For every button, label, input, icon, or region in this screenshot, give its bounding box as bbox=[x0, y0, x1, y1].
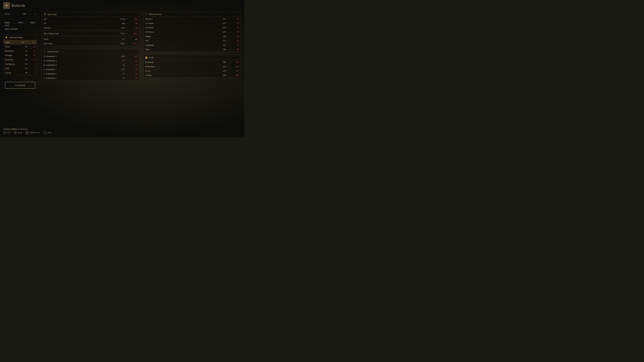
divider bbox=[42, 36, 139, 37]
panel-stat-new: 225 bbox=[230, 61, 239, 63]
panel-row: Max Equip Load 72.0 → 49.8 bbox=[42, 31, 139, 36]
panel-stat-name: Fire bbox=[145, 39, 218, 42]
attr-name: Vigor bbox=[5, 41, 18, 43]
attribute-row[interactable]: Intelligence 10 → 9 bbox=[4, 62, 37, 66]
attr-current: 10 bbox=[21, 71, 27, 74]
panel-arrow-icon: → bbox=[228, 31, 229, 33]
attribute-row[interactable]: Faith 10 → 9 bbox=[4, 66, 37, 70]
panel-stat-new: 89 bbox=[230, 48, 239, 51]
base-stats-label: Base Stats bbox=[48, 13, 57, 16]
panel-stat-current: 27 bbox=[116, 64, 124, 66]
level-new: 9 bbox=[30, 12, 36, 15]
panel-stat-name: Physical bbox=[145, 17, 218, 20]
attr-arrow-icon: → bbox=[28, 63, 30, 65]
level-current: 106 bbox=[18, 12, 26, 15]
base-stats-icon: 🏃 bbox=[44, 13, 46, 16]
page-title: Rebirth bbox=[12, 3, 25, 8]
panel-arrow-icon: → bbox=[126, 64, 128, 66]
nav-left-icon[interactable]: ‹ bbox=[28, 41, 29, 43]
body-list: Immunity 309 → 225 Robustness 324 → 276 … bbox=[144, 60, 241, 77]
panel-stat-name: FP bbox=[44, 22, 116, 25]
panel-row: Lightning 123 → 75 bbox=[144, 43, 241, 47]
panel-stat-new: 49.8 bbox=[129, 32, 138, 35]
panel-stat-current: 143 bbox=[218, 48, 226, 51]
panel-arrow-icon: → bbox=[126, 60, 128, 62]
attributes-icon: ⚡ bbox=[5, 36, 8, 39]
attr-new: 13 bbox=[31, 58, 36, 61]
panel-stat-name: Stamina bbox=[44, 26, 116, 29]
attack-power-header: ⚔ Attack Power bbox=[42, 49, 139, 54]
attr-current: 20 bbox=[21, 58, 27, 61]
panel-stat-new: 276 bbox=[230, 65, 239, 68]
attribute-row[interactable]: Arcane 10 → 7 bbox=[4, 70, 37, 75]
panel-stat-current: 137 bbox=[218, 22, 226, 25]
panel-row: Physical 137 → 79 bbox=[144, 17, 241, 21]
confirm-button[interactable]: Confirm bbox=[5, 82, 35, 89]
attribute-row[interactable]: Strength 38 → 14 bbox=[4, 53, 37, 57]
panel-row: HP 1750 → 522 bbox=[42, 17, 139, 21]
attr-new: 15 bbox=[29, 41, 34, 43]
panel-stat-current: 137 bbox=[218, 31, 226, 33]
panel-arrow-icon: → bbox=[228, 61, 229, 63]
attr-arrow-icon: → bbox=[28, 54, 30, 56]
panel-arrow-icon: → bbox=[126, 27, 128, 29]
panel-row: L Armament 1 155 → 74 bbox=[42, 67, 139, 71]
panel-stat-name: Focus bbox=[145, 69, 218, 72]
attack-power-list: R Armament 1 393 → 301 R Armament 2 27 →… bbox=[42, 54, 139, 80]
panel-stat-new: 23 bbox=[129, 77, 138, 79]
panel-row: Vitality 256 → 205 bbox=[144, 73, 241, 77]
panel-arrow-icon: → bbox=[126, 77, 128, 79]
runes-needed-label: Runes Needed bbox=[5, 28, 27, 30]
panel-stat-name: R Armament 3 bbox=[44, 64, 116, 66]
panel-stat-current: 155 bbox=[116, 68, 124, 71]
attr-current: 25 bbox=[21, 50, 27, 52]
nav-arrows: ‹ bbox=[28, 41, 29, 43]
panel-stat-name: HP bbox=[44, 18, 116, 20]
ctrl-ok-icon: A bbox=[3, 131, 6, 134]
attribute-row[interactable]: Endurance 25 → 11 bbox=[4, 49, 37, 53]
panel-row: R Armament 1 393 → 301 bbox=[42, 54, 139, 58]
panel-arrow-icon: → bbox=[126, 22, 128, 24]
panel-row: R Armament 3 27 → 23 bbox=[42, 63, 139, 67]
runes-held-current: 36875 bbox=[15, 21, 23, 27]
panel-arrow-icon: → bbox=[228, 27, 229, 29]
attribute-row[interactable]: Vigor 52 → ‹ 15 › bbox=[4, 40, 37, 44]
body-icon: 💪 bbox=[145, 56, 148, 59]
panel-stat-new: 79 bbox=[230, 31, 239, 33]
attribute-row[interactable]: Dexterity 20 → 13 bbox=[4, 57, 37, 62]
attribute-row[interactable]: Mind 20 → 10 bbox=[4, 44, 37, 49]
attr-current: 52 bbox=[18, 41, 24, 43]
attr-arrow-icon: → bbox=[28, 45, 30, 48]
panel-stat-name: Immunity bbox=[145, 61, 218, 63]
hint-text: Choose attribute to level up bbox=[3, 128, 52, 130]
ctrl-back-label: :Back bbox=[18, 131, 22, 134]
panel-stat-current: 110.0 bbox=[116, 42, 124, 45]
panel-stat-name: Discovery bbox=[44, 42, 116, 45]
attr-arrow-icon: → bbox=[25, 41, 26, 43]
panel-arrow-icon: → bbox=[228, 65, 229, 67]
panel-stat-current: 137 bbox=[218, 17, 226, 20]
ctrl-ok-label: :OK bbox=[7, 131, 10, 134]
attr-new: 9 bbox=[31, 67, 36, 70]
panel-arrow-icon: → bbox=[228, 44, 229, 46]
attr-current: 20 bbox=[21, 45, 27, 48]
attributes-section: ⚡ Attribute Points Vigor 52 → ‹ 15 › Min… bbox=[3, 35, 37, 75]
body-label: Body bbox=[149, 56, 154, 59]
panel-stat-new: 74 bbox=[129, 68, 138, 71]
nav-right-icon[interactable]: › bbox=[35, 41, 36, 43]
ctrl-back: B :Back bbox=[14, 131, 22, 134]
panel-arrow-icon: → bbox=[228, 74, 229, 76]
attr-arrow-icon: → bbox=[28, 59, 30, 61]
panel-stat-name: Max Equip Load bbox=[44, 32, 116, 35]
panel-row: VS Slash 137 → 79 bbox=[144, 25, 241, 30]
right-column: 🛡 Defense Power Physical 137 → 79 VS Str… bbox=[144, 12, 241, 90]
level-row: Level 106 → 9 bbox=[3, 12, 37, 16]
panel-stat-new: 75 bbox=[230, 44, 239, 46]
attributes-header: ⚡ Attribute Points bbox=[4, 35, 37, 40]
attack-power-block: ⚔ Attack Power R Armament 1 393 → 301 R … bbox=[42, 49, 139, 80]
panel-stat-current: 123 bbox=[218, 44, 226, 46]
body-block: 💪 Body Immunity 309 → 225 Robustness 324… bbox=[144, 55, 241, 78]
panel-row: Stamina 116 → 94 bbox=[42, 26, 139, 30]
panel-stat-new: 79 bbox=[230, 17, 239, 20]
ctrl-simple-label: :Simple view bbox=[29, 131, 40, 134]
